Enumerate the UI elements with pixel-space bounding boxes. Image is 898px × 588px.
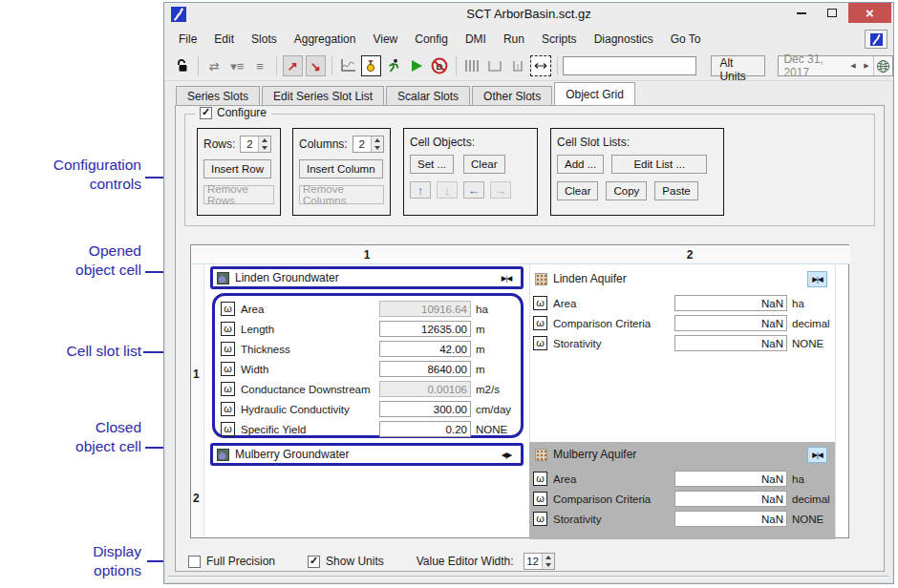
cell-objects-label: Cell Objects: xyxy=(410,136,475,149)
collapse-cell-button[interactable]: ▶|◀ xyxy=(807,271,827,287)
remove-rows-button[interactable]: Remove Rows xyxy=(203,185,274,204)
open-object-button[interactable]: ↗ xyxy=(283,55,303,76)
cell-objects-set-button[interactable]: Set ... xyxy=(410,155,454,174)
object-header-linden-aquifer[interactable]: Linden Aquifer ▶|◀ xyxy=(531,270,831,287)
object-header-linden-groundwater[interactable]: Linden Groundwater ▶|◀ xyxy=(210,266,524,289)
remove-columns-button[interactable]: Remove Columns xyxy=(299,185,384,204)
date-globe-button[interactable] xyxy=(873,56,892,75)
menu-dmi[interactable]: DMI xyxy=(457,29,495,50)
slot-value-input[interactable] xyxy=(674,315,787,331)
columns-spinner[interactable]: 2 xyxy=(353,136,384,153)
slot-value-input[interactable] xyxy=(379,301,471,317)
menu-config[interactable]: Config xyxy=(406,29,457,50)
toolbar-search-input[interactable] xyxy=(563,56,696,75)
full-precision-checkbox[interactable] xyxy=(188,556,201,568)
slot-value-input[interactable] xyxy=(379,361,471,377)
shrink-columns-narrow-button[interactable] xyxy=(507,55,527,76)
slot-value-input[interactable] xyxy=(379,401,471,417)
minimize-button[interactable] xyxy=(787,3,816,23)
slot-list-edit-button[interactable]: Edit List ... xyxy=(611,155,707,174)
sct-button[interactable] xyxy=(361,55,381,76)
shrink-columns-button[interactable] xyxy=(485,55,505,76)
navigate-slots-button[interactable]: ⇄ xyxy=(204,55,224,76)
object-header-mulberry-aquifer[interactable]: Mulberry Aquifer ▶|◀ xyxy=(531,446,831,463)
slot-value-input[interactable] xyxy=(379,421,471,437)
close-button[interactable]: × xyxy=(848,3,891,23)
show-columns-button[interactable] xyxy=(462,55,482,76)
collapse-cell-button[interactable]: ▶|◀ xyxy=(496,271,517,285)
slot-list-add-button[interactable]: Add ... xyxy=(557,155,604,174)
object-header-mulberry-groundwater[interactable]: Mulberry Groundwater ◀|▶ xyxy=(210,443,524,466)
lock-open-button[interactable] xyxy=(172,55,192,76)
value-editor-width-value: 12 xyxy=(524,554,542,569)
value-editor-width-arrows[interactable] xyxy=(542,554,554,569)
tab-scalar-slots[interactable]: Scalar Slots xyxy=(386,86,470,105)
slot-value-input[interactable] xyxy=(674,335,787,351)
tab-series-slots[interactable]: Series Slots xyxy=(176,86,260,105)
fit-width-button[interactable] xyxy=(530,55,550,76)
menu-run[interactable]: Run xyxy=(495,29,533,50)
sort-list-button[interactable]: ▾≡ xyxy=(227,55,247,76)
spin-down-icon[interactable] xyxy=(372,144,383,152)
open-object-icon: ↗ xyxy=(288,59,298,74)
spin-down-icon[interactable] xyxy=(543,561,554,569)
menu-edit[interactable]: Edit xyxy=(205,29,243,50)
menu-view[interactable]: View xyxy=(364,29,406,50)
annotation-closed-object-cell: Closed object cell xyxy=(10,418,141,456)
slot-list-paste-button[interactable]: Paste xyxy=(654,181,697,200)
slot-list-copy-button[interactable]: Copy xyxy=(606,181,647,200)
columns-spinner-arrows[interactable] xyxy=(371,136,383,152)
raise-riverware-button[interactable] xyxy=(865,30,887,49)
menu-file[interactable]: File xyxy=(170,29,205,50)
cell-objects-clear-button[interactable]: Clear xyxy=(463,155,504,174)
move-down-button[interactable]: ↓ xyxy=(437,181,458,199)
menu-scripts[interactable]: Scripts xyxy=(533,29,586,50)
value-editor-width-label: Value Editor Width: xyxy=(417,555,514,568)
rows-spinner[interactable]: 2 xyxy=(240,136,271,153)
menu-goto[interactable]: Go To xyxy=(662,29,710,50)
slot-value-input[interactable] xyxy=(674,491,787,507)
move-right-button[interactable]: → xyxy=(490,181,511,199)
spin-up-icon[interactable] xyxy=(259,136,270,144)
menu-aggregation[interactable]: Aggregation xyxy=(286,29,365,50)
menu-diagnostics[interactable]: Diagnostics xyxy=(586,29,662,50)
move-left-button[interactable]: ← xyxy=(463,181,484,199)
insert-row-button[interactable]: Insert Row xyxy=(203,159,271,178)
cell-r1c1: Linden Groundwater ▶|◀ Area ha Length xyxy=(204,264,529,442)
run-control-button[interactable] xyxy=(384,55,404,76)
date-prev-button[interactable]: ◀ xyxy=(846,57,860,74)
slot-value-input[interactable] xyxy=(674,511,787,527)
show-units-checkbox[interactable] xyxy=(308,556,320,568)
slot-value-input[interactable] xyxy=(674,295,787,311)
slot-value-input[interactable] xyxy=(379,341,471,357)
slot-list-clear-button[interactable]: Clear xyxy=(557,181,598,200)
spin-down-icon[interactable] xyxy=(259,144,270,152)
alt-units-button[interactable]: Alt Units xyxy=(711,55,765,76)
slot-value-input[interactable] xyxy=(674,471,787,487)
close-icon: × xyxy=(866,5,874,21)
slot-value-input[interactable] xyxy=(379,321,471,337)
menu-slots[interactable]: Slots xyxy=(243,29,286,50)
list-button[interactable]: ≡ xyxy=(250,55,270,76)
annotation-configuration-controls: Configuration controls xyxy=(10,156,141,194)
start-run-button[interactable] xyxy=(407,55,427,76)
stop-run-button[interactable]: D xyxy=(430,55,450,76)
tab-other-slots[interactable]: Other Slots xyxy=(472,86,552,105)
collapse-cell-button[interactable]: ▶|◀ xyxy=(807,447,827,463)
rows-spinner-arrows[interactable] xyxy=(258,136,270,152)
tab-edit-series-slot-list[interactable]: Edit Series Slot List xyxy=(262,86,384,105)
slot-value-input[interactable] xyxy=(379,381,471,397)
dive-in-button[interactable]: ↘ xyxy=(306,55,326,76)
value-editor-width-spinner[interactable]: 12 xyxy=(524,553,555,570)
plot-button[interactable] xyxy=(338,55,358,76)
configure-checkbox[interactable] xyxy=(200,107,212,119)
insert-column-button[interactable]: Insert Column xyxy=(299,159,383,178)
spin-up-icon[interactable] xyxy=(372,136,383,144)
expand-cell-button[interactable]: ◀|▶ xyxy=(496,448,517,462)
tab-object-grid[interactable]: Object Grid xyxy=(554,82,635,105)
date-next-button[interactable]: ▶ xyxy=(860,57,873,74)
spin-up-icon[interactable] xyxy=(543,554,554,561)
move-up-button[interactable]: ↑ xyxy=(410,181,431,199)
maximize-button[interactable] xyxy=(818,3,846,23)
runner-icon xyxy=(386,58,401,74)
